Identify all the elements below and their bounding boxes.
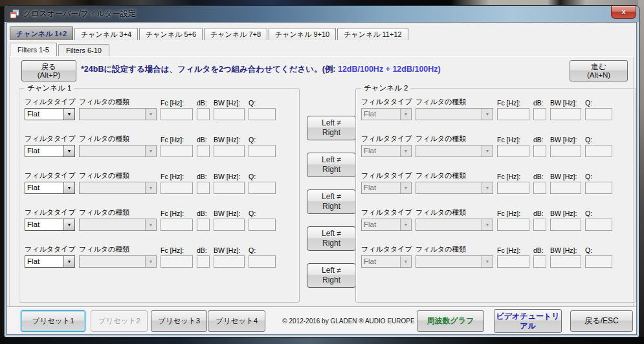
tab-filters-6-10[interactable]: Filters 6-10	[58, 44, 109, 56]
filter-kind-select[interactable]: ▼	[79, 255, 157, 268]
chevron-down-icon: ▼	[145, 256, 156, 267]
back-button[interactable]: 戻る (Alt+P)	[21, 60, 76, 81]
channel-tab[interactable]: チャンネル 11+12	[337, 28, 408, 40]
filter-type-select[interactable]: Flat ▼	[361, 255, 412, 268]
filter-type-label: フィルタタイプ	[361, 134, 412, 144]
db-input[interactable]	[533, 182, 546, 194]
chevron-down-icon: ▼	[145, 182, 156, 193]
chevron-down-icon: ▼	[482, 219, 493, 230]
fc-input[interactable]	[497, 182, 529, 194]
left-not-equal-right-button[interactable]: Left ≠ Right	[307, 226, 356, 251]
filter-type-select[interactable]: Flat ▼	[25, 182, 75, 194]
video-tutorial-button[interactable]: ビデオチュートリアル	[494, 309, 562, 333]
bw-input[interactable]	[550, 182, 581, 194]
filter-kind-select[interactable]: ▼	[416, 219, 493, 231]
db-input[interactable]	[197, 182, 210, 194]
db-input[interactable]	[197, 145, 210, 157]
preset-1-button[interactable]: プリセット1	[21, 310, 85, 332]
back-esc-button[interactable]: 戻る/ESC	[570, 310, 633, 332]
left-not-equal-right-button[interactable]: Left ≠ Right	[307, 116, 356, 140]
q-input[interactable]	[585, 108, 612, 120]
preset-4-button[interactable]: プリセット4	[208, 310, 265, 332]
fc-input[interactable]	[497, 219, 529, 231]
db-input[interactable]	[197, 219, 210, 231]
db-input[interactable]	[533, 145, 546, 157]
filter-type-select[interactable]: Flat ▼	[25, 145, 75, 157]
filter-type-select[interactable]: Flat ▼	[361, 219, 412, 231]
bw-label: BW [Hz]:	[214, 99, 245, 107]
filter-row: フィルタタイプ フィルタの種類 Fc [Hz]: dB: BW [Hz]: Q:…	[361, 244, 636, 268]
db-input[interactable]	[197, 108, 210, 120]
fc-input[interactable]	[161, 182, 193, 194]
bw-input[interactable]	[550, 145, 581, 157]
q-input[interactable]	[249, 145, 276, 157]
q-input[interactable]	[585, 255, 612, 268]
filter-type-label: フィルタタイプ	[25, 97, 75, 107]
preset-3-button[interactable]: プリセット3	[151, 310, 207, 332]
filter-type-label: フィルタタイプ	[361, 244, 412, 254]
forward-button[interactable]: 進む (Alt+N)	[570, 60, 628, 81]
filter-type-select[interactable]: Flat ▼	[25, 255, 75, 268]
left-not-equal-right-button[interactable]: Left ≠ Right	[307, 189, 356, 214]
bw-input[interactable]	[550, 219, 581, 231]
db-input[interactable]	[533, 255, 546, 268]
fc-input[interactable]	[497, 255, 529, 268]
filter-kind-select[interactable]: ▼	[79, 108, 157, 120]
bw-input[interactable]	[214, 182, 245, 194]
filter-kind-select[interactable]: ▼	[79, 182, 157, 194]
bw-input[interactable]	[550, 255, 581, 268]
q-input[interactable]	[249, 182, 276, 194]
db-input[interactable]	[533, 108, 546, 120]
channel-tab[interactable]: チャンネル 9+10	[269, 28, 336, 40]
filter-row: フィルタタイプ フィルタの種類 Fc [Hz]: dB: BW [Hz]: Q:…	[25, 171, 299, 194]
filter-kind-label: フィルタの種類	[416, 171, 493, 180]
filter-kind-select[interactable]: ▼	[79, 145, 157, 157]
filter-type-select[interactable]: Flat ▼	[361, 182, 412, 194]
q-input[interactable]	[585, 145, 612, 157]
left-not-equal-right-button[interactable]: Left ≠ Right	[307, 263, 356, 288]
bw-input[interactable]	[214, 255, 245, 268]
fc-input[interactable]	[161, 108, 193, 120]
chevron-down-icon: ▼	[145, 145, 156, 156]
fc-input[interactable]	[161, 255, 193, 268]
bw-input[interactable]	[214, 108, 245, 120]
left-not-equal-right-button[interactable]: Left ≠ Right	[307, 153, 356, 177]
bw-input[interactable]	[214, 219, 245, 231]
filter-type-select[interactable]: Flat ▼	[25, 219, 75, 231]
filter-kind-select[interactable]: ▼	[416, 255, 493, 268]
filter-row: フィルタタイプ フィルタの種類 Fc [Hz]: dB: BW [Hz]: Q:…	[361, 171, 636, 194]
fc-input[interactable]	[497, 145, 529, 157]
filter-kind-select[interactable]: ▼	[79, 219, 157, 231]
tab-filters-1-5[interactable]: Filters 1-5	[10, 43, 57, 56]
channel-tab[interactable]: チャンネル 3+4	[74, 28, 138, 40]
q-input[interactable]	[249, 255, 276, 268]
channel-tab[interactable]: チャンネル 1+2	[10, 27, 73, 40]
bw-input[interactable]	[550, 108, 581, 120]
close-icon[interactable]: x	[611, 6, 636, 19]
fc-input[interactable]	[497, 108, 529, 120]
channel-tab[interactable]: チャンネル 7+8	[204, 28, 267, 40]
filter-type-select[interactable]: Flat ▼	[361, 108, 412, 120]
frequency-graph-button[interactable]: 周波数グラフ	[417, 310, 484, 332]
q-input[interactable]	[585, 182, 612, 194]
q-input[interactable]	[249, 219, 276, 231]
filter-kind-select[interactable]: ▼	[416, 145, 493, 157]
notice-main: *24bBに設定する場合は、フィルタを2つ組み合わせてください。(例:	[81, 65, 338, 74]
db-input[interactable]	[533, 219, 546, 231]
db-input[interactable]	[197, 255, 210, 268]
preset-2-button[interactable]: プリセット2	[91, 310, 148, 332]
title-bar[interactable]: クロスオーバー/フィルター設定 x	[5, 6, 639, 22]
bw-label: BW [Hz]:	[550, 210, 581, 217]
filter-kind-select[interactable]: ▼	[416, 182, 493, 194]
fc-input[interactable]	[161, 219, 193, 231]
fc-input[interactable]	[161, 145, 193, 157]
bw-input[interactable]	[214, 145, 245, 157]
channel-tab[interactable]: チャンネル 5+6	[139, 28, 203, 40]
q-input[interactable]	[585, 219, 612, 231]
q-input[interactable]	[249, 108, 276, 120]
filter-type-select[interactable]: Flat ▼	[361, 145, 412, 157]
filter-kind-select[interactable]: ▼	[416, 108, 493, 120]
bw-label: BW [Hz]:	[550, 173, 581, 180]
filters-tab-strip: Filters 1-5 Filters 6-10	[7, 43, 636, 56]
filter-type-select[interactable]: Flat ▼	[25, 108, 75, 120]
